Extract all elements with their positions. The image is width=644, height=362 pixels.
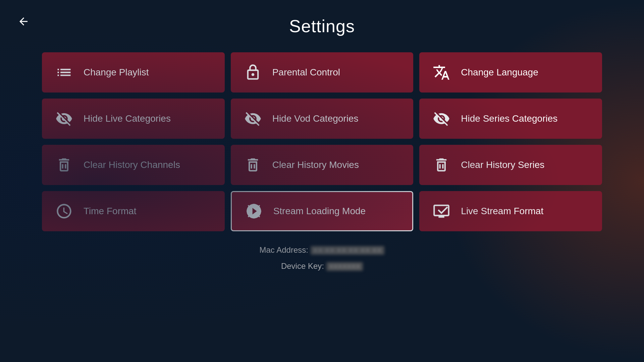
clear-history-series-label: Clear History Series (461, 160, 544, 170)
device-key-label: Device Key: (281, 261, 324, 270)
mac-address-value: XX:XX:XX:XX:XX:XX (311, 246, 385, 255)
stream-icon (244, 202, 264, 220)
clear-history-movies-label: Clear History Movies (272, 160, 359, 170)
hide-vod-categories-button[interactable]: Hide Vod Categories (231, 99, 414, 139)
hide-vod-icon (243, 110, 263, 127)
back-button[interactable] (16, 14, 31, 29)
change-playlist-label: Change Playlist (84, 67, 149, 78)
live-stream-format-button[interactable]: Live Stream Format (419, 191, 602, 231)
change-language-label: Change Language (461, 67, 538, 78)
parental-control-label: Parental Control (272, 67, 340, 78)
clear-history-series-button[interactable]: Clear History Series (419, 145, 602, 185)
clear-history-movies-button[interactable]: Clear History Movies (231, 145, 414, 185)
stream-loading-mode-label: Stream Loading Mode (273, 206, 366, 217)
trash-channels-icon (54, 156, 74, 174)
trash-movies-icon (243, 156, 263, 174)
hide-live-icon (54, 110, 74, 127)
svg-rect-5 (442, 164, 443, 169)
svg-rect-0 (62, 164, 63, 169)
lock-icon (243, 64, 263, 81)
mac-address-label: Mac Address: (260, 245, 308, 254)
svg-rect-2 (251, 164, 252, 169)
hide-live-categories-button[interactable]: Hide Live Categories (42, 99, 225, 139)
change-playlist-button[interactable]: Change Playlist (42, 52, 225, 93)
svg-rect-1 (65, 164, 66, 169)
list-icon (54, 64, 74, 81)
footer: Mac Address: XX:XX:XX:XX:XX:XX Device Ke… (0, 242, 644, 274)
hide-series-categories-button[interactable]: Hide Series Categories (419, 99, 602, 139)
hide-series-categories-label: Hide Series Categories (461, 113, 557, 124)
live-stream-format-label: Live Stream Format (461, 206, 543, 217)
settings-grid: Change Playlist Parental Control Change … (42, 52, 602, 231)
clear-history-channels-label: Clear History Channels (84, 160, 180, 170)
svg-rect-4 (439, 164, 441, 169)
device-key-value: XXXXXXX (326, 262, 363, 271)
tv-chart-icon (431, 202, 451, 220)
stream-loading-mode-button[interactable]: Stream Loading Mode (231, 191, 414, 231)
time-format-button[interactable]: Time Format (42, 191, 225, 231)
change-language-button[interactable]: Change Language (419, 52, 602, 93)
hide-vod-categories-label: Hide Vod Categories (272, 113, 359, 124)
time-format-label: Time Format (84, 206, 137, 217)
trash-series-icon (431, 156, 451, 174)
clock-icon (54, 202, 74, 220)
clear-history-channels-button[interactable]: Clear History Channels (42, 145, 225, 185)
hide-live-categories-label: Hide Live Categories (84, 113, 171, 124)
svg-rect-3 (254, 164, 255, 169)
parental-control-button[interactable]: Parental Control (231, 52, 414, 93)
hide-series-icon (431, 110, 451, 127)
translate-icon (431, 64, 451, 81)
page-title: Settings (0, 0, 644, 36)
